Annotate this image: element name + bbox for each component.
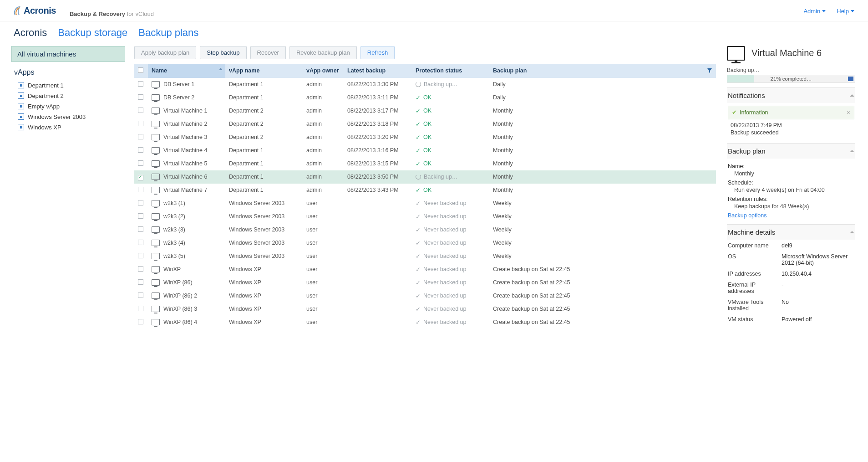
- table-row[interactable]: Virtual Machine 1Department 2admin08/22/…: [134, 104, 716, 118]
- table-row[interactable]: Virtual Machine 2Department 2admin08/22/…: [134, 118, 716, 131]
- sidebar-item[interactable]: Windows XP: [11, 122, 125, 133]
- help-menu-label: Help: [837, 8, 849, 15]
- cell-vapp: Windows Server 2003: [225, 223, 303, 236]
- row-checkbox[interactable]: [138, 200, 143, 205]
- row-checkbox[interactable]: [138, 147, 143, 153]
- row-checkbox[interactable]: [138, 81, 143, 87]
- sidebar-item[interactable]: Empty vApp: [11, 101, 125, 112]
- cell-plan: Create backup on Sat at 22:45: [489, 276, 716, 289]
- row-checkbox[interactable]: [138, 160, 143, 166]
- tab-backup-storage[interactable]: Backup storage: [58, 27, 127, 39]
- row-checkbox[interactable]: [138, 94, 143, 100]
- refresh-button[interactable]: Refresh: [360, 46, 395, 59]
- backup-options-link[interactable]: Backup options: [728, 212, 854, 219]
- row-checkbox[interactable]: [138, 266, 143, 272]
- cell-name: DB Server 1: [163, 81, 194, 87]
- table-row[interactable]: w2k3 (5)Windows Server 2003user✓Never ba…: [134, 250, 716, 263]
- progress-activity-icon: [848, 77, 853, 81]
- sidebar-item[interactable]: Department 2: [11, 91, 125, 101]
- col-checkbox[interactable]: [134, 64, 148, 78]
- cell-vapp: Department 2: [225, 131, 303, 144]
- row-checkbox[interactable]: [138, 121, 143, 126]
- table-row[interactable]: WinXPWindows XPuser✓Never backed upCreat…: [134, 263, 716, 276]
- vapp-icon: [18, 92, 24, 99]
- row-checkbox[interactable]: [138, 134, 143, 139]
- check-icon: ✓: [416, 94, 421, 101]
- row-checkbox[interactable]: [138, 306, 143, 311]
- tab-backup-plans[interactable]: Backup plans: [138, 27, 198, 39]
- row-checkbox[interactable]: [138, 187, 143, 192]
- row-checkbox[interactable]: [138, 213, 143, 219]
- admin-menu-label: Admin: [803, 8, 820, 15]
- table-row[interactable]: Virtual Machine 3Department 2admin08/22/…: [134, 131, 716, 144]
- row-checkbox[interactable]: [138, 293, 143, 298]
- cell-latest: [344, 236, 412, 250]
- row-checkbox[interactable]: [138, 279, 143, 285]
- table-row[interactable]: w2k3 (3)Windows Server 2003user✓Never ba…: [134, 223, 716, 236]
- cell-owner: admin: [303, 157, 344, 170]
- logo-icon: [14, 6, 21, 16]
- help-menu[interactable]: Help: [837, 8, 854, 15]
- table-row[interactable]: Virtual Machine 6Department 1admin08/22/…: [134, 170, 716, 184]
- spinner-icon: [416, 82, 421, 87]
- table-row[interactable]: Virtual Machine 4Department 1admin08/22/…: [134, 144, 716, 157]
- section-notifications-header[interactable]: Notifications: [727, 88, 855, 103]
- table-row[interactable]: WinXP (86) 3Windows XPuser✓Never backed …: [134, 303, 716, 316]
- cell-latest: [344, 316, 412, 329]
- plan-sched-value: Run every 4 week(s) on Fri at 04:00: [734, 187, 854, 193]
- table-row[interactable]: DB Server 1Department 1admin08/22/2013 3…: [134, 78, 716, 91]
- sidebar-selected[interactable]: All virtual machines: [11, 46, 125, 62]
- table-row[interactable]: Virtual Machine 5Department 1admin08/22/…: [134, 157, 716, 170]
- recover-button: Recover: [250, 46, 286, 59]
- col-latest[interactable]: Latest backup: [344, 64, 412, 78]
- check-icon: ✓: [416, 147, 421, 154]
- col-plan[interactable]: Backup plan: [489, 64, 716, 78]
- row-checkbox[interactable]: [138, 240, 143, 245]
- cell-vapp: Department 2: [225, 118, 303, 131]
- row-checkbox[interactable]: [138, 253, 143, 258]
- sidebar-item[interactable]: Windows Server 2003: [11, 112, 125, 122]
- vm-icon: [152, 187, 160, 193]
- details-panel: Virtual Machine 6 Backing up… 21% comple…: [727, 46, 868, 328]
- cell-plan: Weekly: [489, 236, 716, 250]
- col-status[interactable]: Protection status: [412, 64, 489, 78]
- vm-icon: [152, 121, 160, 127]
- cell-status: ✓Never backed up: [412, 236, 489, 250]
- table-row[interactable]: DB Server 2Department 1admin08/22/2013 3…: [134, 91, 716, 104]
- row-checkbox[interactable]: [138, 319, 143, 324]
- col-name[interactable]: Name: [148, 64, 225, 78]
- table-row[interactable]: WinXP (86) 2Windows XPuser✓Never backed …: [134, 289, 716, 303]
- table-row[interactable]: WinXP (86)Windows XPuser✓Never backed up…: [134, 276, 716, 289]
- md-os-key: OS: [728, 253, 778, 266]
- sidebar-item[interactable]: Department 1: [11, 80, 125, 91]
- section-backup-plan-header[interactable]: Backup plan: [727, 144, 855, 159]
- checkbox-icon[interactable]: [138, 67, 143, 73]
- cell-plan: Weekly: [489, 250, 716, 263]
- stop-backup-button[interactable]: Stop backup: [200, 46, 246, 59]
- section-machine-details-header[interactable]: Machine details: [727, 225, 855, 240]
- tab-acronis[interactable]: Acronis: [14, 27, 47, 39]
- row-checkbox[interactable]: [138, 226, 143, 232]
- cell-latest: [344, 276, 412, 289]
- close-icon[interactable]: ×: [847, 109, 850, 116]
- cell-latest: 08/22/2013 3:18 PM: [344, 118, 412, 131]
- filter-icon[interactable]: [707, 68, 712, 75]
- col-vapp[interactable]: vApp name: [225, 64, 303, 78]
- sidebar-item-label: Empty vApp: [28, 103, 60, 110]
- table-row[interactable]: WinXP (86) 4Windows XPuser✓Never backed …: [134, 316, 716, 329]
- col-owner[interactable]: vApp owner: [303, 64, 344, 78]
- row-checkbox[interactable]: [138, 175, 143, 180]
- row-checkbox[interactable]: [138, 108, 143, 113]
- table-row[interactable]: w2k3 (1)Windows Server 2003user✓Never ba…: [134, 197, 716, 210]
- table-row[interactable]: Virtual Machine 7Department 1admin08/22/…: [134, 184, 716, 197]
- table-row[interactable]: w2k3 (2)Windows Server 2003user✓Never ba…: [134, 210, 716, 223]
- cell-name: WinXP (86) 4: [163, 319, 197, 325]
- table-row[interactable]: w2k3 (4)Windows Server 2003user✓Never ba…: [134, 236, 716, 250]
- check-icon: ✓: [416, 200, 421, 207]
- cell-plan: Create backup on Sat at 22:45: [489, 263, 716, 276]
- md-vs-key: VM status: [728, 316, 778, 323]
- revoke-backup-plan-button: Revoke backup plan: [289, 46, 357, 59]
- admin-menu[interactable]: Admin: [803, 8, 826, 15]
- cell-plan: Weekly: [489, 223, 716, 236]
- cell-name: WinXP: [163, 266, 181, 272]
